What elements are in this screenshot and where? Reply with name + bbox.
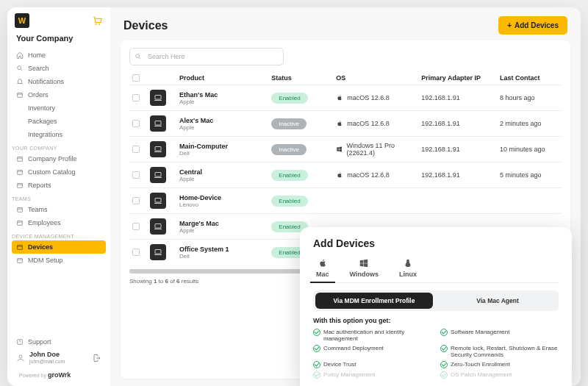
- device-icon: [150, 167, 166, 183]
- status-badge: Enabled: [271, 196, 307, 207]
- col-product: Product: [179, 74, 268, 82]
- product-name: Marge's Mac: [179, 220, 268, 227]
- sidebar-item-notifications[interactable]: Notifications: [12, 75, 106, 88]
- sidebar-item-devices[interactable]: Devices: [12, 240, 106, 254]
- col-status: Status: [271, 74, 333, 82]
- apple-icon: [318, 258, 328, 268]
- sidebar-item-orders[interactable]: Orders: [12, 88, 106, 101]
- sidebar-item-company-profile[interactable]: Company Profile: [12, 152, 106, 165]
- status-badge: Enabled: [271, 170, 307, 181]
- tab-linux[interactable]: Linux: [396, 257, 420, 282]
- ip-text: 192.168.1.91: [421, 120, 497, 127]
- archive-icon: [16, 104, 24, 112]
- sidebar-item-custom-catalog[interactable]: Custom Catalog: [12, 165, 106, 179]
- col-os: OS: [336, 74, 418, 82]
- sidebar-item-employees[interactable]: Employees: [12, 216, 106, 229]
- dot-icon: [16, 243, 24, 251]
- tab-mac[interactable]: Mac: [313, 257, 332, 282]
- dot-icon: [16, 168, 24, 176]
- row-checkbox[interactable]: [132, 197, 140, 204]
- sidebar: W Your Company Home Search Notifications…: [7, 7, 110, 386]
- sidebar-item-mdm-setup[interactable]: MDM Setup: [12, 254, 106, 267]
- sidebar-item-reports[interactable]: Reports: [12, 179, 106, 192]
- row-checkbox[interactable]: [132, 171, 140, 179]
- user-row[interactable]: John Doe john@mail.com: [12, 349, 106, 367]
- search-icon: [16, 65, 24, 72]
- row-checkbox[interactable]: [132, 249, 140, 256]
- package-icon: [16, 118, 24, 125]
- option-heading: With this option you get:: [313, 317, 559, 324]
- last-contact-text: 8 hours ago: [500, 94, 562, 101]
- product-vendor: Dell: [179, 253, 268, 260]
- last-contact-text: 10 minutes ago: [500, 146, 562, 153]
- product-name: Alex's Mac: [179, 117, 268, 124]
- dot-icon: [16, 219, 24, 226]
- sidebar-item-support[interactable]: Support: [12, 335, 106, 349]
- bell-icon: [16, 78, 24, 85]
- device-icon: [150, 193, 166, 209]
- check-icon: [313, 329, 320, 336]
- windows-icon: [336, 146, 343, 153]
- plus-icon: +: [507, 21, 512, 29]
- row-checkbox[interactable]: [132, 120, 140, 127]
- plug-icon: [16, 131, 24, 138]
- sidebar-item-teams[interactable]: Teams: [12, 203, 106, 216]
- search-icon: [135, 53, 142, 60]
- help-icon: [16, 338, 24, 346]
- row-checkbox[interactable]: [132, 94, 140, 101]
- table-row[interactable]: Central Apple Enabled macOS 12.6.8 192.1…: [129, 162, 562, 187]
- table-row[interactable]: Ethan's Mac Apple Enabled macOS 12.6.8 1…: [129, 85, 562, 110]
- feature-item: OS Patch Management: [440, 371, 559, 379]
- page-title: Devices: [123, 19, 168, 32]
- check-icon: [313, 361, 320, 368]
- last-contact-text: 5 minutes ago: [500, 171, 562, 179]
- dot-icon: [16, 206, 24, 213]
- product-vendor: Apple: [179, 124, 268, 131]
- device-icon: [150, 90, 166, 106]
- method-via-mac-agent[interactable]: Via Mac Agent: [439, 293, 556, 309]
- device-icon: [150, 115, 166, 132]
- tab-windows[interactable]: Windows: [347, 257, 381, 282]
- table-row[interactable]: Alex's Mac Apple Inactive macOS 12.6.8 1…: [129, 110, 562, 136]
- os-text: macOS 12.6.8: [347, 120, 390, 127]
- product-name: Main-Computer: [179, 143, 268, 150]
- nav-section-teams: TEAMS: [7, 192, 110, 203]
- method-via-mdm-enrollment-profile[interactable]: Via MDM Enrollment Profile: [315, 293, 433, 309]
- sidebar-item-packages[interactable]: Packages: [12, 115, 106, 128]
- sidebar-item-search[interactable]: Search: [12, 62, 106, 75]
- add-devices-modal: Add Devices Mac Windows Linux Via MDM En…: [300, 227, 572, 386]
- dot-icon: [16, 182, 24, 189]
- select-all-checkbox[interactable]: [132, 74, 140, 82]
- sidebar-item-integrations[interactable]: Integrations: [12, 128, 106, 141]
- sidebar-item-home[interactable]: Home: [12, 49, 106, 62]
- linux-icon: [403, 258, 413, 268]
- feature-item: Mac authentication and identity manageme…: [313, 329, 431, 342]
- product-vendor: Lenovo: [179, 201, 268, 208]
- nav-section-device: DEVICE MANAGEMENT: [7, 229, 110, 240]
- os-text: macOS 12.6.8: [347, 171, 390, 179]
- os-text: Windows 11 Pro (22621.4): [347, 142, 419, 157]
- feature-item: Device Trust: [313, 361, 431, 368]
- device-icon: [150, 218, 166, 235]
- feature-item: Software Management: [440, 329, 559, 342]
- ip-text: 192.168.1.91: [421, 94, 497, 101]
- logout-icon[interactable]: [93, 354, 101, 362]
- logo: W: [15, 13, 29, 28]
- ip-text: 192.168.1.91: [421, 171, 497, 179]
- row-checkbox[interactable]: [132, 223, 140, 230]
- table-row[interactable]: Home-Device Lenovo Enabled: [129, 187, 562, 213]
- apple-icon: [336, 120, 343, 127]
- company-name: Your Company: [7, 34, 110, 49]
- cart-icon[interactable]: [91, 15, 103, 26]
- add-devices-button[interactable]: + Add Devices: [498, 16, 567, 35]
- powered-by: Powered by groWrk: [12, 367, 106, 380]
- row-checkbox[interactable]: [132, 146, 140, 153]
- table-row[interactable]: Main-Computer Dell Inactive Windows 11 P…: [129, 136, 562, 162]
- product-name: Office System 1: [179, 246, 268, 253]
- windows-icon: [359, 258, 369, 268]
- status-badge: Enabled: [271, 93, 307, 104]
- search-input[interactable]: [129, 48, 284, 65]
- check-icon: [440, 371, 448, 379]
- sidebar-item-inventory[interactable]: Inventory: [12, 101, 106, 115]
- feature-item: Command Deployment: [313, 345, 431, 358]
